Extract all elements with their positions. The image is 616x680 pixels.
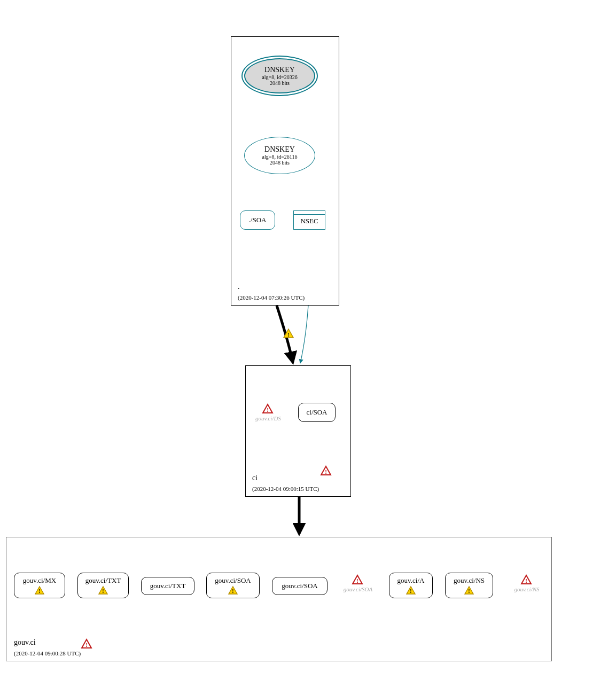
error-icon: ! <box>81 639 92 648</box>
error-icon: ! <box>352 575 363 584</box>
dnskey-ksk-title: DNSKEY <box>264 66 295 74</box>
gouv-soa-ghost: gouv.ci/SOA <box>339 586 377 592</box>
gouv-ns-ghost: gouv.ci/NS <box>509 586 545 592</box>
dnskey-ksk-bits: 2048 bits <box>270 80 290 86</box>
zone-gouv-label: gouv.ci <box>14 638 36 647</box>
gouv-soa2: gouv.ci/SOA <box>272 577 328 595</box>
dnskey-ksk-detail: alg=8, id=20326 <box>262 74 297 80</box>
gouv-ns: gouv.ci/NS ! <box>445 573 493 598</box>
dnskey-zsk-bits: 2048 bits <box>270 160 290 166</box>
zone-root-label: . <box>238 283 240 291</box>
ci-soa: ci/SOA <box>298 403 336 422</box>
gouv-a: gouv.ci/A ! <box>389 573 433 598</box>
svg-text:!: ! <box>267 407 269 413</box>
gouv-txt1-label: gouv.ci/TXT <box>85 576 121 585</box>
svg-text:!: ! <box>325 468 327 475</box>
root-soa: ./SOA <box>240 210 275 230</box>
gouv-txt2: gouv.ci/TXT <box>141 577 194 595</box>
dnskey-zsk: DNSKEY alg=8, id=26116 2048 bits <box>244 137 315 174</box>
zone-ci-ts: (2020-12-04 09:00:15 UTC) <box>252 486 319 492</box>
ci-ds-ghost: gouv.ci/DS <box>252 415 284 421</box>
root-nsec-label: NSEC <box>294 215 325 225</box>
svg-text:!: ! <box>287 331 290 338</box>
gouv-soa1-label: gouv.ci/SOA <box>215 576 251 585</box>
gouv-ns-label: gouv.ci/NS <box>454 576 485 585</box>
svg-text:!: ! <box>38 588 40 594</box>
error-icon: ! <box>262 404 273 413</box>
error-icon: ! <box>521 575 532 584</box>
svg-text:!: ! <box>356 577 358 584</box>
zone-gouv-ts: (2020-12-04 09:00:28 UTC) <box>14 650 81 656</box>
gouv-txt2-label: gouv.ci/TXT <box>150 582 186 590</box>
svg-text:!: ! <box>468 588 470 594</box>
svg-text:!: ! <box>525 577 527 584</box>
svg-text:!: ! <box>102 588 104 594</box>
dnskey-ksk: DNSKEY alg=8, id=20326 2048 bits <box>244 58 315 93</box>
gouv-soa1: gouv.ci/SOA ! <box>206 573 260 598</box>
gouv-a-label: gouv.ci/A <box>397 576 425 585</box>
svg-text:!: ! <box>232 588 233 594</box>
gouv-mx: gouv.ci/MX ! <box>14 573 65 598</box>
dnskey-zsk-detail: alg=8, id=26116 <box>262 154 298 160</box>
gouv-txt1: gouv.ci/TXT ! <box>77 573 129 598</box>
svg-text:!: ! <box>410 588 411 594</box>
gouv-mx-label: gouv.ci/MX <box>23 576 56 585</box>
gouv-soa2-label: gouv.ci/SOA <box>282 582 317 590</box>
dnskey-zsk-title: DNSKEY <box>264 145 295 153</box>
zone-ci-label: ci <box>252 474 258 482</box>
svg-text:!: ! <box>85 642 88 648</box>
zone-root-ts: (2020-12-04 07:30:26 UTC) <box>238 294 305 301</box>
warning-icon: ! <box>283 329 294 338</box>
root-nsec: NSEC <box>293 210 325 230</box>
error-icon: ! <box>321 466 331 475</box>
zone-ci: ci (2020-12-04 09:00:15 UTC) <box>245 365 351 497</box>
